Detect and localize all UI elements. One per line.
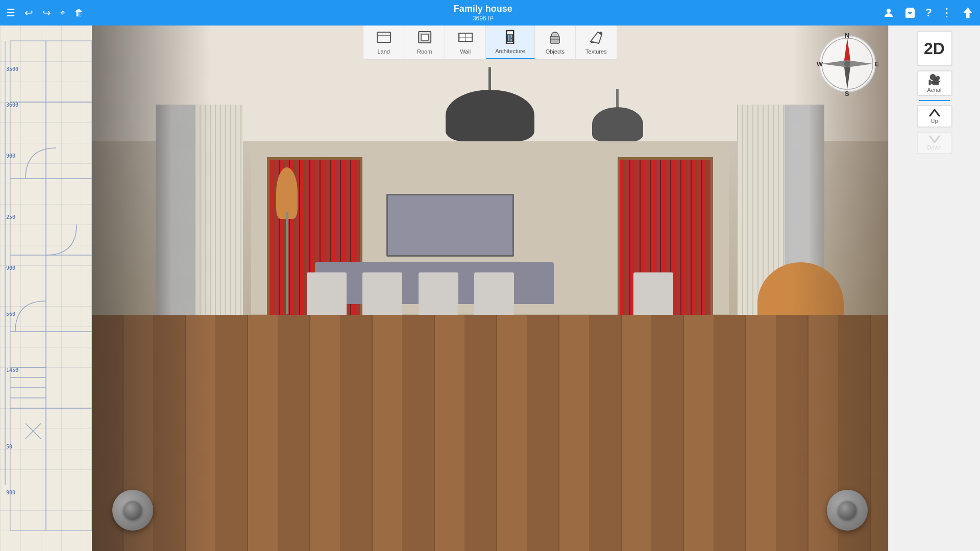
nav-down-button[interactable]: Down	[917, 132, 952, 154]
svg-point-44	[511, 38, 512, 39]
joystick-right-knob	[838, 501, 856, 519]
tool-textures[interactable]: Textures	[576, 26, 617, 59]
tool-architecture[interactable]: Architecture	[486, 26, 535, 59]
objects-icon	[547, 30, 562, 46]
architecture-icon	[502, 30, 518, 46]
dining-chair-5	[633, 272, 673, 320]
down-label: Down	[927, 144, 941, 151]
pendant-lamp-2	[585, 89, 649, 141]
redo-icon[interactable]: ↪	[42, 7, 51, 19]
land-label: Land	[377, 48, 389, 55]
pendant-shade	[446, 90, 535, 141]
pendant-shade-2	[592, 107, 643, 141]
room-label: Room	[417, 48, 432, 55]
aerial-button[interactable]: 🎥 Aerial	[917, 70, 952, 96]
tool-wall[interactable]: Wall	[445, 26, 486, 59]
app-title: Family house	[84, 4, 883, 15]
svg-rect-0	[10, 41, 92, 531]
svg-rect-45	[550, 36, 559, 43]
up-label: Up	[930, 118, 938, 124]
land-icon	[376, 30, 391, 46]
chevron-down-icon	[929, 135, 940, 143]
tv-screen	[386, 194, 514, 257]
wall-label: Wall	[460, 48, 471, 55]
toolbar-right: ? ⋮	[883, 6, 974, 19]
dining-chair-1	[307, 272, 347, 320]
compass: N S E W	[814, 31, 880, 97]
bp-number-900-2: 900	[6, 265, 15, 271]
nav-divider	[919, 100, 950, 101]
tool-room[interactable]: Room	[404, 26, 445, 59]
joystick-right[interactable]	[827, 490, 868, 531]
chevron-up-icon	[929, 109, 940, 117]
svg-rect-36	[421, 34, 428, 40]
undo-icon[interactable]: ↩	[24, 7, 33, 19]
textures-icon	[589, 30, 604, 46]
menu-icon[interactable]: ☰	[6, 7, 15, 19]
room-icon	[417, 30, 432, 46]
cart-icon[interactable]	[904, 7, 916, 19]
dining-chair-2	[362, 272, 402, 320]
dining-chair-4	[474, 272, 514, 320]
svg-text:N: N	[845, 32, 849, 39]
magnet-icon[interactable]: ⌖	[60, 8, 65, 18]
bp-number-1450: 1450	[6, 367, 18, 373]
view-3d[interactable]	[92, 26, 888, 551]
architecture-label: Architecture	[495, 48, 525, 54]
dining-chair-3	[419, 272, 458, 320]
floor-lamp	[275, 167, 299, 314]
toolbar-center: Family house 3696 ft²	[84, 4, 883, 22]
toolbar-left: ☰ ↩ ↪ ⌖ 🗑	[6, 7, 84, 19]
bp-number-3600: 3600	[6, 102, 18, 108]
joystick-left[interactable]	[112, 490, 153, 531]
tool-palette: Land Room Wall	[363, 26, 617, 60]
svg-rect-33	[377, 32, 390, 42]
bp-number-50: 50	[6, 444, 12, 449]
more-icon[interactable]: ⋮	[941, 6, 952, 19]
pendant-cord-2	[616, 89, 619, 110]
joystick-right-base	[827, 490, 868, 531]
view-2d-button[interactable]: 2D	[917, 31, 952, 66]
bp-number-3500: 3500	[6, 66, 18, 72]
wall-icon	[458, 30, 473, 46]
bp-number-560: 560	[6, 311, 15, 317]
tool-objects[interactable]: Objects	[535, 26, 576, 59]
textures-label: Textures	[585, 48, 607, 55]
app-subtitle: 3696 ft²	[84, 15, 883, 22]
aerial-label: Aerial	[927, 87, 941, 93]
pendant-lamp	[426, 67, 554, 141]
joystick-left-base	[112, 490, 153, 531]
svg-point-47	[599, 32, 602, 35]
compass-container: N S E W	[814, 31, 880, 97]
svg-text:S: S	[845, 90, 849, 97]
top-toolbar: ☰ ↩ ↪ ⌖ 🗑 Family house 3696 ft² ? ⋮	[0, 0, 980, 26]
svg-point-32	[887, 9, 891, 13]
floor-lamp-pole	[286, 212, 288, 315]
bp-number-900-3: 900	[6, 490, 15, 495]
upload-icon[interactable]	[962, 7, 974, 19]
aerial-camera-icon: 🎥	[928, 73, 941, 86]
nav-up-button[interactable]: Up	[917, 105, 952, 128]
svg-text:W: W	[817, 60, 823, 68]
objects-label: Objects	[546, 48, 565, 55]
account-icon[interactable]	[883, 7, 895, 19]
floor	[92, 315, 888, 552]
bp-number-250: 250	[6, 214, 15, 220]
help-icon[interactable]: ?	[925, 6, 932, 19]
right-panel: 2D 🎥 Aerial Up Down	[888, 26, 980, 551]
svg-point-55	[844, 61, 850, 67]
scene-3d	[92, 26, 888, 551]
tool-land[interactable]: Land	[363, 26, 404, 59]
svg-text:E: E	[874, 60, 879, 68]
bp-number-900-1: 900	[6, 153, 15, 159]
trash-icon[interactable]: 🗑	[75, 8, 84, 18]
joystick-left-knob	[124, 501, 142, 519]
